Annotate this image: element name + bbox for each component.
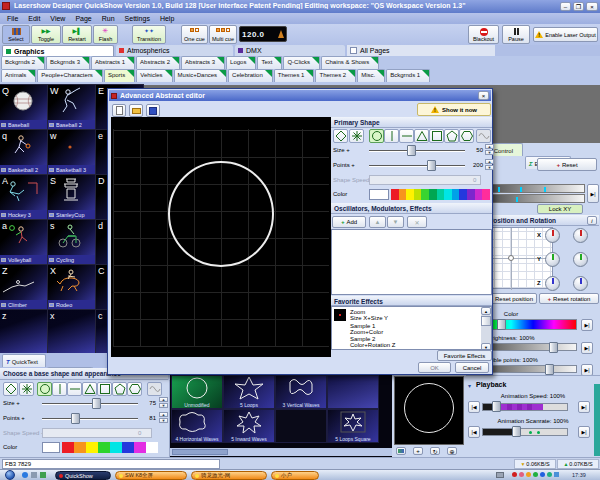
knob-x-coarse[interactable] <box>545 228 560 243</box>
shape-hline-button[interactable] <box>67 382 82 396</box>
menu-file[interactable]: File <box>3 15 22 22</box>
dlg-shape-square[interactable] <box>429 129 444 143</box>
anim-scanrate-fwd-button[interactable]: ▶| <box>578 426 590 438</box>
dialog-new-button[interactable] <box>112 104 126 117</box>
menu-edit[interactable]: Edit <box>24 15 44 22</box>
swatch[interactable] <box>62 442 74 453</box>
delete-effect-button[interactable]: ✕ <box>407 216 427 228</box>
swatch[interactable] <box>421 189 429 200</box>
qs-size-up[interactable]: ▲ <box>159 397 168 402</box>
cue-hockey3[interactable]: A Hockey 3 <box>0 175 47 219</box>
taskbar-quickshow[interactable]: QuickShow <box>55 471 111 480</box>
toggle-button[interactable]: ▶▶ Toggle <box>31 25 61 44</box>
restart-button[interactable]: ▶▌ Restart <box>62 25 92 44</box>
dlg-size-down[interactable]: ▼ <box>485 150 494 155</box>
lock-xy-button[interactable]: Lock XY <box>537 204 583 214</box>
anim-speed-back-button[interactable]: |◀ <box>468 401 480 413</box>
gallery-unmodified[interactable]: Unmodified <box>172 376 222 408</box>
dlg-shape-triangle[interactable] <box>414 129 429 143</box>
gallery-scrollbar[interactable] <box>170 448 392 456</box>
dlg-shape-wave[interactable] <box>476 129 491 143</box>
qs-size-down[interactable]: ▼ <box>159 403 168 408</box>
swatch[interactable] <box>74 442 86 453</box>
knob-z-coarse[interactable] <box>545 276 560 291</box>
one-cue-button[interactable]: One cue <box>181 25 208 44</box>
dlg-shape-circle[interactable] <box>369 129 384 143</box>
cue-volleyball[interactable]: a Volleyball <box>0 220 47 264</box>
tray-icon[interactable] <box>540 472 545 477</box>
dialog-close-button[interactable]: × <box>478 91 489 100</box>
favorites-list[interactable]: Zoom Size X+Size Y Sample 1 Zoom+Color S… <box>331 306 492 350</box>
dlg-points-track[interactable] <box>369 165 465 167</box>
quicklaunch-app-icon[interactable] <box>40 472 46 478</box>
brightness-thumb[interactable] <box>549 342 558 353</box>
qs-speed-input[interactable] <box>42 428 152 438</box>
tab-bckgrnds1[interactable]: Bckgrnds 1 <box>386 69 430 82</box>
flash-button[interactable]: ✳ Flash <box>93 25 118 44</box>
qs-points-track[interactable] <box>42 418 138 420</box>
qs-size-track[interactable] <box>42 403 138 405</box>
tab-themes2[interactable]: Themes 2 <box>315 69 356 82</box>
tab-graphics[interactable]: Graphics <box>2 45 114 56</box>
tab-people-characters[interactable]: People+Characters <box>37 69 103 82</box>
swatch[interactable] <box>86 442 98 453</box>
dlg-selected-swatch[interactable] <box>369 189 389 200</box>
shape-hexagon-button[interactable] <box>127 382 142 396</box>
swatch[interactable] <box>110 442 122 453</box>
reset-rotation-button[interactable]: +Reset rotation <box>539 293 599 304</box>
taskbar-window-2[interactable]: 骑龙激光-网 <box>191 471 267 480</box>
taskbar-window-3[interactable]: 小户 <box>271 471 319 480</box>
multi-cue-button[interactable]: Multi cue <box>209 25 237 44</box>
cue-empty[interactable]: z <box>0 310 47 354</box>
gallery-5-loops[interactable]: 5 Loops <box>224 376 274 408</box>
tab-bckgrnds3[interactable]: Bckgrnds 3 <box>46 56 90 69</box>
cue-empty[interactable]: x <box>48 310 95 354</box>
cue-baseball[interactable]: Q Baseball <box>0 85 47 129</box>
tab-quicktext[interactable]: TQuickText <box>2 354 46 367</box>
tab-qclicks[interactable]: Q-Clicks <box>283 56 320 69</box>
dlg-points-thumb[interactable] <box>427 160 436 171</box>
dlg-size-up[interactable]: ▲ <box>485 144 494 149</box>
dlg-points-down[interactable]: ▼ <box>485 165 494 170</box>
taskbar-window-1[interactable]: SW K8全屏 <box>115 471 187 480</box>
add-effect-button[interactable]: +Add <box>332 216 366 228</box>
qs-size-thumb[interactable] <box>92 398 101 409</box>
tray-icon[interactable] <box>547 472 552 477</box>
menu-page[interactable]: Page <box>71 15 95 22</box>
menu-settings[interactable]: Settings <box>121 15 154 22</box>
shape-star-button[interactable] <box>19 382 34 396</box>
dlg-size-track[interactable] <box>369 150 465 152</box>
ok-button[interactable]: OK <box>418 362 451 373</box>
scroll-thumb[interactable] <box>481 316 491 326</box>
swatch[interactable] <box>134 442 146 453</box>
effects-list[interactable] <box>331 229 492 295</box>
scroll-down-icon[interactable]: ▼ <box>481 343 491 350</box>
anim-scanrate-back-button[interactable]: |◀ <box>468 426 480 438</box>
swatch[interactable] <box>406 189 414 200</box>
tray-icon[interactable] <box>519 472 524 477</box>
show-it-now-button[interactable]: Show it now <box>417 103 491 116</box>
menu-run[interactable]: Run <box>98 15 119 22</box>
qs-points-up[interactable]: ▲ <box>159 412 168 417</box>
preview-rotate-button[interactable]: ↻ <box>430 447 440 455</box>
cancel-button[interactable]: Cancel <box>455 362 489 373</box>
bpm-display[interactable]: 120.0 <box>239 26 287 42</box>
swatch[interactable] <box>475 189 483 200</box>
all-pages-checkbox[interactable] <box>350 47 357 54</box>
knob-y-coarse[interactable] <box>545 252 560 267</box>
swatch[interactable] <box>467 189 475 200</box>
blackout-button[interactable]: Blackout <box>468 25 499 44</box>
preview-add-button[interactable]: + <box>413 447 423 455</box>
dlg-shape-diamond[interactable] <box>333 129 348 143</box>
shape-square-button[interactable] <box>97 382 112 396</box>
color-slider-thumb[interactable] <box>497 319 506 330</box>
restore-button[interactable]: ❐ <box>573 2 584 11</box>
tab-themes1[interactable]: Themes 1 <box>274 69 315 82</box>
tray-icon[interactable] <box>526 472 531 477</box>
dlg-size-thumb[interactable] <box>407 145 416 156</box>
preview-center-button[interactable]: ⊕ <box>447 447 457 455</box>
preview-image-button[interactable] <box>396 447 406 455</box>
knob-z-fine[interactable] <box>573 276 588 291</box>
abstract-canvas[interactable] <box>111 117 331 357</box>
swatch[interactable] <box>482 189 490 200</box>
